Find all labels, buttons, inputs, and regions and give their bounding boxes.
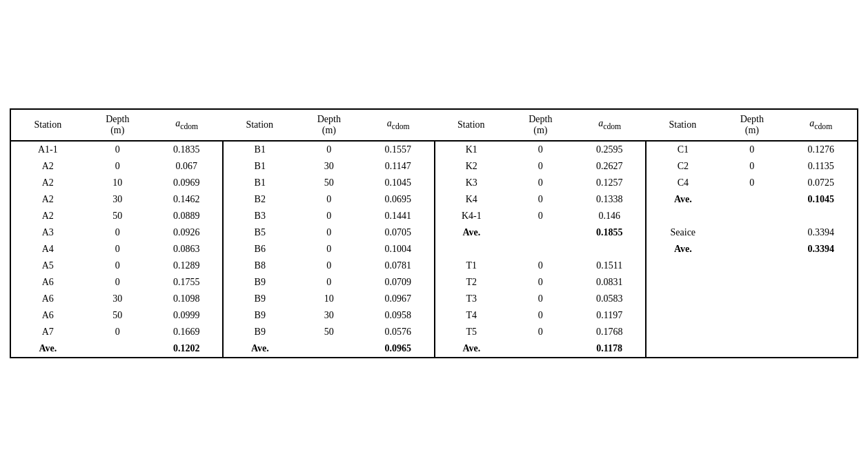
cell-depth: 0 [508,191,573,208]
cell-station: B8 [223,258,296,274]
cell-acdom: 0.0583 [573,291,646,307]
header-acdom-2: acdom [362,109,435,141]
cell-depth: 30 [85,291,150,307]
cell-depth: 30 [296,307,362,324]
table-row: A1-100.1835B100.1557K100.2595C100.1276 [10,141,858,158]
cell-depth [719,191,785,208]
cell-acdom: 0.146 [573,208,646,224]
header-depth-4: Depth(m) [719,109,785,141]
cell-depth [719,324,785,340]
cell-station: A4 [10,241,85,258]
cell-station: Ave. [435,340,508,358]
cell-station: K3 [435,175,508,191]
cell-depth: 0 [508,324,573,340]
table-row: A6500.0999B9300.0958T400.1197 [10,307,858,324]
cell-station: Ave. [435,224,508,241]
cell-acdom: 0.0926 [150,224,223,241]
cell-acdom: 0.1045 [785,191,858,208]
cell-depth: 0 [508,208,573,224]
cell-depth: 0 [719,158,785,175]
cell-acdom: 0.0863 [150,241,223,258]
cell-acdom: 0.1197 [573,307,646,324]
cell-station [435,241,508,258]
cell-acdom [785,274,858,291]
cell-depth: 0 [508,258,573,274]
table-row: A700.1669B9500.0576T500.1768 [10,324,858,340]
cell-station: K4 [435,191,508,208]
cell-station: T5 [435,324,508,340]
cell-depth [719,258,785,274]
cell-acdom: 0.1289 [150,258,223,274]
cell-station: A7 [10,324,85,340]
cell-station: B9 [223,274,296,291]
cell-station: B1 [223,158,296,175]
cell-acdom: 0.0576 [362,324,435,340]
cell-station: B5 [223,224,296,241]
cell-acdom: 0.3394 [785,224,858,241]
cell-station: A2 [10,208,85,224]
cell-acdom [785,291,858,307]
cell-acdom: 0.0695 [362,191,435,208]
cell-acdom [785,307,858,324]
cell-depth: 0 [85,258,150,274]
table-row: A600.1755B900.0709T200.0831 [10,274,858,291]
header-acdom-4: acdom [785,109,858,141]
cell-acdom [785,208,858,224]
cell-acdom: 0.2595 [573,141,646,158]
table-row: A2100.0969B1500.1045K300.1257C400.0725 [10,175,858,191]
cell-station [646,324,719,340]
cell-acdom: 0.1462 [150,191,223,208]
cell-acdom: 0.1755 [150,274,223,291]
cell-station: Ave. [646,241,719,258]
cell-depth: 30 [296,158,362,175]
cell-acdom: 0.0999 [150,307,223,324]
cell-acdom: 0.1257 [573,175,646,191]
cell-depth [719,340,785,358]
cell-station: A3 [10,224,85,241]
header-acdom-1: acdom [150,109,223,141]
cell-acdom: 0.1276 [785,141,858,158]
cell-depth: 0 [508,141,573,158]
cell-station: Seaice [646,224,719,241]
cell-acdom [573,241,646,258]
cell-station [646,274,719,291]
cell-acdom: 0.1441 [362,208,435,224]
cell-station: Ave. [10,340,85,358]
cell-acdom [785,324,858,340]
cell-acdom: 0.1669 [150,324,223,340]
cell-depth: 50 [296,324,362,340]
header-station-1: Station [10,109,85,141]
cell-depth: 0 [719,141,785,158]
cell-depth: 0 [85,224,150,241]
cell-station: B3 [223,208,296,224]
main-container: Station Depth(m) acdom Station Depth(m) … [10,108,858,358]
table-row: A500.1289B800.0781T100.1511 [10,258,858,274]
cell-depth [508,224,573,241]
cell-station: B9 [223,307,296,324]
cell-depth [508,241,573,258]
cell-station: A6 [10,291,85,307]
cell-depth: 0 [508,274,573,291]
table-row: A6300.1098B9100.0967T300.0583 [10,291,858,307]
cell-station: T2 [435,274,508,291]
header-depth-3: Depth(m) [508,109,573,141]
cell-depth: 0 [296,191,362,208]
cell-depth [85,340,150,358]
cell-depth: 0 [85,158,150,175]
cell-depth: 0 [85,241,150,258]
cell-station [646,291,719,307]
cell-acdom: 0.0781 [362,258,435,274]
header-station-2: Station [223,109,296,141]
cell-acdom: 0.2627 [573,158,646,175]
cell-station [646,258,719,274]
cell-depth: 0 [85,274,150,291]
cell-depth: 30 [85,191,150,208]
cell-depth: 10 [296,291,362,307]
cell-station: B6 [223,241,296,258]
cell-station: B9 [223,291,296,307]
cell-acdom: 0.1135 [785,158,858,175]
cell-depth [508,340,573,358]
cell-depth [719,291,785,307]
cell-acdom: 0.067 [150,158,223,175]
cell-station: B2 [223,191,296,208]
